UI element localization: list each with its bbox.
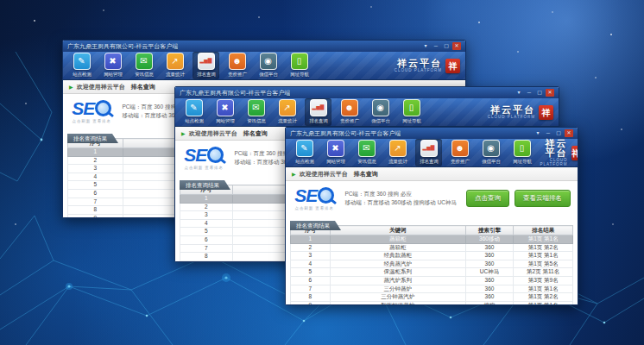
cell-engine: 360: [465, 243, 514, 252]
table-row[interactable]: 6蒸汽炉系列360第3页 第9名: [291, 276, 573, 285]
window-titlebar[interactable]: 广东九鼎王厨具有限公司-祥云平台客户端 ▾ ─ ▢ ✕: [63, 41, 465, 52]
toolbar-item-1[interactable]: ✎站点检测: [68, 52, 95, 79]
minimize-icon[interactable]: ─: [544, 129, 552, 137]
minimize-icon[interactable]: ─: [525, 89, 534, 97]
brand-logo: 祥云平台 CLOUD PLATFORM 祥: [395, 59, 460, 73]
toolbar-item-7[interactable]: ◉微信平台: [477, 139, 504, 166]
table-row[interactable]: 3经典款蒸柜360第1页 第1名: [291, 252, 573, 260]
maximize-icon[interactable]: ▢: [442, 42, 451, 50]
toolbar-item-label: 排名查询: [197, 71, 216, 78]
table-row[interactable]: 1蒸箱柜360移动第1页 第1名: [291, 235, 573, 244]
query-button[interactable]: 点击查询: [466, 190, 509, 207]
toolbar-items: ✎站点检测✖网站管理✉资讯信息↗流量统计▂▅▇排名查询☻竞价推广◉微信平台▯网址…: [180, 98, 425, 126]
rank-table-wrap: 序号 关键词 搜索引擎 排名结果 1蒸箱柜360移动第1页 第1名2蒸箱柜360…: [286, 225, 578, 305]
brand-subtitle: CLOUD PLATFORM: [488, 116, 535, 120]
skin-icon[interactable]: ▾: [534, 129, 542, 137]
maximize-icon[interactable]: ▢: [535, 89, 544, 97]
close-icon[interactable]: ✕: [565, 129, 573, 137]
magnifier-icon: [95, 100, 111, 116]
toolbar-item-6[interactable]: ☻竞价推广: [336, 98, 363, 126]
seal-icon: 祥: [539, 105, 553, 120]
skin-icon[interactable]: ▾: [515, 89, 523, 97]
tab-rank-results[interactable]: 排名查询结果: [67, 134, 118, 143]
chart-bars-icon: ▂▅▇: [310, 99, 327, 116]
cell-no: 6: [180, 235, 233, 244]
toolbar-item-4[interactable]: ↗流量统计: [161, 52, 188, 79]
toolbar-item-5[interactable]: ▂▅▇排名查询: [305, 98, 331, 126]
toolbar-item-1[interactable]: ✎站点检测: [180, 98, 207, 126]
cell-no: 5: [180, 228, 233, 236]
cell-no: 8: [180, 253, 233, 261]
breadcrumb-page: 排名查询: [243, 129, 268, 138]
toolbar-item-1[interactable]: ✎站点检测: [291, 139, 318, 166]
toolbar-item-3[interactable]: ✉资讯信息: [243, 98, 269, 126]
toolbar-item-6[interactable]: ☻竞价推广: [224, 52, 250, 79]
cell-result: 第1页 第1名: [514, 235, 573, 244]
magnifier-handle: [330, 198, 337, 204]
cell-keyword: 三分钟蒸汽炉: [330, 293, 465, 302]
platform-icon: ◉: [372, 99, 389, 116]
cell-no: 9: [180, 260, 233, 262]
tab-rank-results[interactable]: 排名查询结果: [180, 180, 230, 190]
close-icon[interactable]: ✕: [546, 89, 554, 97]
toolbar-item-4[interactable]: ↗流量统计: [384, 139, 411, 166]
main-toolbar: ✎站点检测✖网站管理✉资讯信息↗流量统计▂▅▇排名查询☻竞价推广◉微信平台▯网址…: [63, 52, 465, 80]
table-row[interactable]: 9智能恒温蒸炉搜狗第1页 第1名: [291, 301, 573, 305]
toolbar-item-7[interactable]: ◉微信平台: [367, 98, 394, 126]
toolbar-item-2[interactable]: ✖网站管理: [322, 139, 349, 166]
table-row[interactable]: 5保温柜系列UC神马第2页 第11名: [291, 268, 573, 277]
toolbar-item-label: 资讯信息: [247, 117, 266, 124]
cell-result: 第1页 第5名: [514, 260, 573, 268]
toolbar-item-2[interactable]: ✖网站管理: [212, 98, 238, 126]
magnifier-handle: [107, 111, 114, 117]
cell-engine: UC神马: [465, 268, 514, 277]
window-controls: ▾ ─ ▢ ✕: [421, 42, 461, 50]
brand-text: 祥云平台 CLOUD PLATFORM: [395, 59, 442, 73]
seo-logo: SE 点击刷新 查看排名: [182, 146, 225, 170]
cell-no: 1: [291, 235, 331, 244]
toolbar-item-5[interactable]: ▂▅▇排名查询: [193, 52, 219, 79]
pencil-icon: ✎: [296, 140, 313, 157]
tab-rank-results[interactable]: 排名查询结果: [290, 221, 341, 230]
table-row[interactable]: 4经典蒸汽炉360第1页 第5名: [291, 260, 573, 268]
minimize-icon[interactable]: ─: [432, 42, 440, 50]
cell-keyword: 三分钟蒸炉: [330, 285, 465, 293]
toolbar-item-5[interactable]: ▂▅▇排名查询: [415, 139, 442, 166]
toolbar-item-3[interactable]: ✉资讯信息: [130, 52, 157, 79]
toolbar-item-2[interactable]: ✖网站管理: [99, 52, 126, 79]
table-row[interactable]: 8三分钟蒸汽炉360第1页 第2名: [291, 293, 573, 302]
toolbar-item-4[interactable]: ↗流量统计: [274, 98, 300, 126]
seo-logo-text: SE: [184, 146, 206, 164]
message-icon: ✉: [136, 53, 153, 70]
cell-no: 7: [291, 285, 331, 293]
window-titlebar[interactable]: 广东九鼎王厨具有限公司-祥云平台客户端 ▾ ─ ▢ ✕: [286, 128, 578, 139]
close-icon[interactable]: ✕: [452, 42, 461, 50]
brand-subtitle: CLOUD PLATFORM: [395, 69, 442, 73]
cell-result: 第1页 第1名: [514, 301, 573, 305]
main-toolbar: ✎站点检测✖网站管理✉资讯信息↗流量统计▂▅▇排名查询☻竞价推广◉微信平台▯网址…: [286, 139, 578, 167]
breadcrumb-page: 排名查询: [131, 83, 155, 91]
maximize-icon[interactable]: ▢: [554, 129, 563, 137]
skin-icon[interactable]: ▾: [421, 42, 430, 50]
app-window-front: 广东九鼎王厨具有限公司-祥云平台客户端 ▾ ─ ▢ ✕ ✎站点检测✖网站管理✉资…: [285, 127, 578, 305]
seo-logo-mark: SE: [294, 186, 334, 204]
cell-engine: 360移动: [465, 235, 514, 244]
tab-row: 排名查询结果: [286, 216, 578, 225]
toolbar-item-7[interactable]: ◉微信平台: [255, 52, 281, 79]
toolbar-item-label: 网址导航: [290, 71, 309, 78]
toolbar-item-8[interactable]: ▯网址导航: [286, 52, 313, 79]
toolbar-item-8[interactable]: ▯网址导航: [398, 98, 425, 126]
toolbar-item-3[interactable]: ✉资讯信息: [353, 139, 380, 166]
toolbar-item-6[interactable]: ☻竞价推广: [446, 139, 473, 166]
cell-no: 7: [180, 244, 233, 253]
brand-subtitle: CLOUD PLATFORM: [535, 159, 568, 166]
cell-keyword: 智能恒温蒸炉: [330, 301, 465, 305]
table-row[interactable]: 7三分钟蒸炉360第1页 第1名: [291, 285, 573, 293]
chart-bars-icon: ▂▅▇: [420, 140, 438, 157]
toolbar-item-label: 竞价推广: [451, 158, 470, 165]
table-row[interactable]: 2蒸箱柜360第1页 第2名: [291, 243, 573, 252]
person-icon: ☻: [229, 53, 246, 70]
cloud-rank-button[interactable]: 查看云端排名: [515, 190, 571, 207]
window-titlebar[interactable]: 广东九鼎王厨具有限公司-祥云平台客户端 ▾ ─ ▢ ✕: [175, 87, 559, 98]
toolbar-item-8[interactable]: ▯网址导航: [508, 139, 535, 166]
